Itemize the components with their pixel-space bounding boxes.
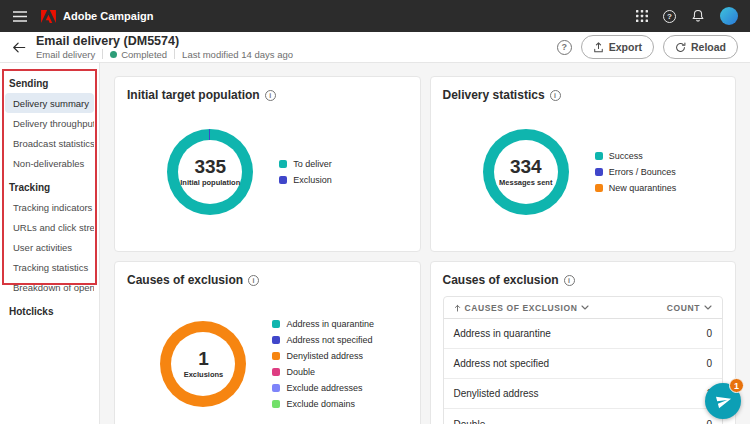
legend-label: To deliver bbox=[293, 159, 332, 169]
legend-swatch-icon bbox=[272, 384, 280, 392]
card-title: Causes of exclusion bbox=[443, 273, 559, 287]
donut-value: 335 bbox=[194, 157, 226, 177]
divider bbox=[174, 49, 175, 59]
card-delivery-statistics: Delivery statistics i 334 Messages sent … bbox=[430, 76, 737, 252]
bell-icon bbox=[691, 9, 705, 23]
reload-label: Reload bbox=[691, 41, 726, 53]
content: SendingDelivery summaryDelivery throughp… bbox=[0, 63, 750, 424]
help-button[interactable]: ? bbox=[663, 10, 676, 23]
legend-label: Double bbox=[286, 367, 315, 377]
sidebar-item-delivery-summary[interactable]: Delivery summary bbox=[5, 93, 94, 113]
table-cell-cause: Denylisted address bbox=[454, 388, 539, 399]
legend-item: Address not specified bbox=[272, 335, 374, 345]
legend-item: New quarantines bbox=[595, 183, 683, 193]
legend-item: Exclude addresses bbox=[272, 383, 374, 393]
donut-label: Exclusions bbox=[184, 370, 224, 379]
sort-ascending-icon bbox=[454, 304, 461, 312]
column-label: Count bbox=[667, 303, 700, 313]
legend-label: Address in quarantine bbox=[286, 319, 374, 329]
card-causes-of-exclusion-table: Causes of exclusion i Causes of exclusio… bbox=[430, 261, 737, 424]
chart-legend: To deliverExclusion bbox=[279, 159, 367, 185]
card-initial-target-population: Initial target population i 335 Initial … bbox=[114, 76, 421, 252]
sidebar-item-user-activities[interactable]: User activities bbox=[5, 237, 94, 257]
table-header: Causes of exclusion Count bbox=[444, 297, 723, 319]
status-dot-icon bbox=[110, 51, 117, 58]
feedback-button[interactable]: 1 bbox=[705, 383, 741, 419]
donut-center: 334 Messages sent bbox=[483, 129, 569, 215]
adobe-logo-icon bbox=[41, 10, 56, 23]
legend-label: Denylisted address bbox=[286, 351, 363, 361]
hamburger-menu-button[interactable] bbox=[12, 8, 28, 24]
sidebar-section-tracking: Tracking bbox=[5, 178, 94, 197]
sidebar-item-tracking-indicators[interactable]: Tracking indicators bbox=[5, 197, 94, 217]
legend-item: Exclude domains bbox=[272, 399, 374, 409]
export-label: Export bbox=[609, 41, 642, 53]
donut-label: Initial population bbox=[180, 178, 240, 187]
info-icon[interactable]: i bbox=[248, 275, 259, 286]
notifications-button[interactable] bbox=[691, 9, 705, 23]
page-header: Email delivery (DM5574) Email delivery C… bbox=[0, 32, 750, 63]
table-row: Double0 bbox=[444, 409, 723, 424]
table-cell-cause: Double bbox=[454, 419, 486, 424]
app-root: Adobe Campaign ? bbox=[0, 0, 750, 424]
chart-area: 334 Messages sent SuccessErrors / Bounce… bbox=[443, 103, 724, 241]
back-arrow-icon bbox=[12, 41, 26, 54]
export-button[interactable]: Export bbox=[581, 35, 654, 59]
legend-swatch-icon bbox=[595, 168, 603, 176]
sidebar-section-sending: Sending bbox=[5, 74, 94, 93]
back-button[interactable] bbox=[12, 41, 26, 54]
sidebar-section-hotclicks: Hotclicks bbox=[5, 302, 94, 321]
column-header-count[interactable]: Count bbox=[667, 303, 712, 313]
main-content: Initial target population i 335 Initial … bbox=[100, 63, 750, 424]
chevron-down-icon bbox=[704, 305, 712, 310]
legend-label: Address not specified bbox=[286, 335, 372, 345]
legend-swatch-icon bbox=[279, 176, 287, 184]
sidebar-nav: SendingDelivery summaryDelivery throughp… bbox=[0, 63, 100, 424]
exclusion-table: Causes of exclusion Count bbox=[443, 296, 724, 424]
card-causes-of-exclusion-chart: Causes of exclusion i 1 Exclusions Addre… bbox=[114, 261, 421, 424]
exclusion-table-body: Address in quarantine0Address not specif… bbox=[444, 319, 723, 424]
topbar: Adobe Campaign ? bbox=[0, 0, 750, 32]
export-icon bbox=[593, 42, 604, 53]
chart-legend: Address in quarantineAddress not specifi… bbox=[272, 319, 374, 409]
send-icon bbox=[714, 391, 734, 411]
table-cell-count: 0 bbox=[706, 419, 712, 424]
info-icon[interactable]: i bbox=[564, 275, 575, 286]
header-help-button[interactable]: ? bbox=[557, 40, 572, 55]
donut-center: 1 Exclusions bbox=[160, 321, 246, 407]
legend-item: Exclusion bbox=[279, 175, 367, 185]
card-title: Delivery statistics bbox=[443, 88, 545, 102]
column-header-causes[interactable]: Causes of exclusion bbox=[454, 303, 590, 313]
title-block: Email delivery (DM5574) Email delivery C… bbox=[36, 35, 547, 60]
sidebar-item-non-deliverables[interactable]: Non-deliverables bbox=[5, 153, 94, 173]
avatar[interactable] bbox=[720, 7, 738, 25]
sidebar-item-tracking-statistics[interactable]: Tracking statistics bbox=[5, 257, 94, 277]
legend-item: Denylisted address bbox=[272, 351, 374, 361]
table-cell-cause: Address in quarantine bbox=[454, 328, 551, 339]
reload-button[interactable]: Reload bbox=[663, 35, 738, 59]
card-title: Initial target population bbox=[127, 88, 260, 102]
header-actions: ? Export Reload bbox=[557, 35, 738, 59]
sidebar-item-urls-and-click-streams[interactable]: URLs and click streams bbox=[5, 217, 94, 237]
legend-item: Success bbox=[595, 151, 683, 161]
donut-center: 335 Initial population bbox=[167, 129, 253, 215]
table-row: Address not specified0 bbox=[444, 349, 723, 379]
status-badge: Completed bbox=[110, 49, 167, 60]
info-icon[interactable]: i bbox=[265, 90, 276, 101]
hamburger-icon bbox=[13, 11, 27, 22]
donut-chart-initial-population: 335 Initial population bbox=[167, 129, 253, 215]
info-icon[interactable]: i bbox=[550, 90, 561, 101]
sidebar-item-broadcast-statistics[interactable]: Broadcast statistics bbox=[5, 133, 94, 153]
sidebar-item-delivery-throughput[interactable]: Delivery throughput bbox=[5, 113, 94, 133]
table-row: Address in quarantine0 bbox=[444, 319, 723, 349]
legend-item: Errors / Bounces bbox=[595, 167, 683, 177]
table-cell-count: 0 bbox=[706, 328, 712, 339]
legend-swatch-icon bbox=[595, 184, 603, 192]
legend-label: Exclusion bbox=[293, 175, 332, 185]
table-cell-count: 0 bbox=[706, 358, 712, 369]
legend-item: To deliver bbox=[279, 159, 367, 169]
sidebar-item-breakdown-of-opens[interactable]: Breakdown of opens bbox=[5, 277, 94, 297]
apps-grid-button[interactable] bbox=[636, 10, 648, 22]
donut-label: Messages sent bbox=[499, 178, 552, 187]
page-title: Email delivery (DM5574) bbox=[36, 35, 547, 48]
